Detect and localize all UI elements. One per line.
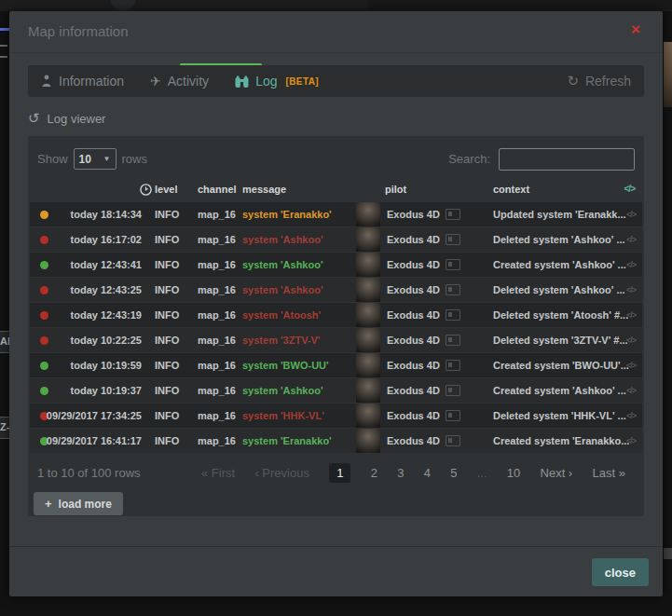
pagination-page-5[interactable]: 5 xyxy=(450,466,457,480)
close-button[interactable]: close xyxy=(592,558,649,586)
pilot-avatar xyxy=(356,253,380,277)
pilot-name: Exodus 4D xyxy=(387,378,440,403)
expand-code-icon[interactable]: </> xyxy=(626,378,636,403)
log-message: system 'Ashkoo' xyxy=(242,378,323,403)
tab-activity[interactable]: ✈ Activity xyxy=(137,65,222,97)
log-message: system 'Eranakko' xyxy=(242,429,332,453)
pagination-controls: « First ‹ Previous 1 2 3 4 5 ... 10 Next… xyxy=(188,463,635,483)
pilot-avatar xyxy=(356,202,380,226)
load-more-label: load more xyxy=(59,498,112,511)
expand-code-icon[interactable]: </> xyxy=(626,303,636,327)
pagination-first[interactable]: « First xyxy=(201,466,235,480)
log-channel: map_16 xyxy=(198,353,236,377)
pilot-name: Exodus 4D xyxy=(387,227,440,252)
pilot-cell: Exodus 4D xyxy=(387,202,460,226)
log-context: Deleted system '3ZTV-V' #... xyxy=(493,328,628,352)
pilot-cell: Exodus 4D xyxy=(387,227,460,252)
pilot-name: Exodus 4D xyxy=(387,429,440,453)
pagination-next[interactable]: Next › xyxy=(541,466,573,480)
id-card-icon xyxy=(446,385,460,396)
tab-information[interactable]: Information xyxy=(28,65,137,97)
table-row[interactable]: today 12:43:19 INFO map_16 system 'Atoos… xyxy=(30,303,642,327)
tab-information-label: Information xyxy=(59,74,124,89)
search-label: Search: xyxy=(448,152,490,166)
id-card-icon xyxy=(446,335,460,346)
column-header-level[interactable]: level xyxy=(155,184,177,195)
pagination-page-4[interactable]: 4 xyxy=(424,466,431,480)
tab-activity-label: Activity xyxy=(168,74,209,89)
log-channel: map_16 xyxy=(198,404,236,428)
load-more-button[interactable]: + load more xyxy=(34,492,123,515)
background-map-fragment xyxy=(0,45,7,58)
pilot-name: Exodus 4D xyxy=(387,202,440,226)
pilot-cell: Exodus 4D xyxy=(387,303,460,327)
tab-log[interactable]: Log [BETA] xyxy=(222,65,332,97)
log-level: INFO xyxy=(155,404,179,428)
log-level: INFO xyxy=(155,429,179,453)
table-row[interactable]: today 12:43:25 INFO map_16 system 'Ashko… xyxy=(30,278,642,302)
pagination-last[interactable]: Last » xyxy=(592,466,624,480)
column-header-context[interactable]: context xyxy=(493,184,529,195)
expand-code-icon[interactable]: </> xyxy=(626,328,636,352)
pilot-cell: Exodus 4D xyxy=(387,404,460,428)
column-header-pilot[interactable]: pilot xyxy=(385,184,406,195)
pagination-page-10[interactable]: 10 xyxy=(507,466,520,480)
search-input[interactable] xyxy=(499,148,635,171)
pilot-name: Exodus 4D xyxy=(387,253,440,277)
table-row[interactable]: 09/29/2017 17:34:25 INFO map_16 system '… xyxy=(30,404,642,428)
background-dark-segment xyxy=(368,0,672,10)
pagination-previous[interactable]: ‹ Previous xyxy=(254,466,309,480)
clock-icon[interactable] xyxy=(140,184,152,196)
rows-label: rows xyxy=(122,152,147,166)
dialog-title: Map information xyxy=(28,23,129,39)
pilot-cell: Exodus 4D xyxy=(387,278,460,302)
log-level: INFO xyxy=(155,253,179,277)
log-time: 09/29/2017 16:41:17 xyxy=(37,429,142,453)
table-row[interactable]: today 10:19:37 INFO map_16 system 'Ashko… xyxy=(30,378,642,403)
table-body: today 18:14:34 INFO map_16 system 'Erana… xyxy=(30,202,642,453)
page-size-select[interactable]: 10 ▼ xyxy=(74,148,117,170)
pagination-page-3[interactable]: 3 xyxy=(397,466,404,480)
expand-code-icon[interactable]: </> xyxy=(626,404,636,428)
table-row[interactable]: today 16:17:02 INFO map_16 system 'Ashko… xyxy=(30,227,642,252)
log-level: INFO xyxy=(155,378,179,403)
refresh-button[interactable]: ↻ Refresh xyxy=(554,73,644,89)
show-label: Show xyxy=(37,152,68,166)
column-header-message[interactable]: message xyxy=(242,184,286,195)
table-row[interactable]: today 10:19:59 INFO map_16 system 'BWO-U… xyxy=(30,353,642,377)
expand-code-icon[interactable]: </> xyxy=(626,429,636,453)
log-message: system 'Atoosh' xyxy=(242,303,321,327)
pilot-name: Exodus 4D xyxy=(387,328,440,352)
log-message: system 'Ashkoo' xyxy=(242,253,323,277)
pagination-page-2[interactable]: 2 xyxy=(371,466,377,480)
rows-summary: 1 to 10 of 100 rows xyxy=(37,466,188,480)
close-icon[interactable]: × xyxy=(631,21,640,37)
log-time: today 18:14:34 xyxy=(37,202,142,226)
expand-code-icon[interactable]: </> xyxy=(626,227,636,252)
log-time: 09/29/2017 17:34:25 xyxy=(37,404,142,428)
expand-code-icon[interactable]: </> xyxy=(626,353,636,377)
pilot-name: Exodus 4D xyxy=(387,404,440,428)
log-context: Created system 'Ashkoo' ... xyxy=(493,253,626,277)
table-row[interactable]: 09/29/2017 16:41:17 INFO map_16 system '… xyxy=(30,429,642,453)
table-row[interactable]: today 12:43:41 INFO map_16 system 'Ashko… xyxy=(30,253,642,277)
binoculars-icon xyxy=(235,75,249,88)
expand-code-icon[interactable]: </> xyxy=(626,278,636,302)
pilot-avatar xyxy=(356,353,380,377)
expand-code-icon[interactable]: </> xyxy=(626,202,636,226)
log-context: Deleted system 'Ashkoo' ... xyxy=(493,278,625,302)
column-header-channel[interactable]: channel xyxy=(198,184,237,195)
plus-icon: + xyxy=(45,497,52,511)
expand-code-icon[interactable]: </> xyxy=(626,253,636,277)
history-icon: ↺ xyxy=(28,110,40,127)
table-row[interactable]: today 18:14:34 INFO map_16 system 'Erana… xyxy=(30,202,642,226)
id-card-icon xyxy=(446,309,460,321)
pagination-page-1[interactable]: 1 xyxy=(329,463,350,483)
log-level: INFO xyxy=(155,202,179,226)
log-channel: map_16 xyxy=(198,303,236,327)
table-row[interactable]: today 10:22:25 INFO map_16 system '3ZTV-… xyxy=(30,328,642,352)
log-message: system 'HHK-VL' xyxy=(242,404,324,428)
log-message: system 'Ashkoo' xyxy=(242,278,323,302)
log-context: Created system 'Ashkoo' ... xyxy=(493,378,626,403)
log-context: Created system 'BWO-UU'... xyxy=(493,353,629,377)
